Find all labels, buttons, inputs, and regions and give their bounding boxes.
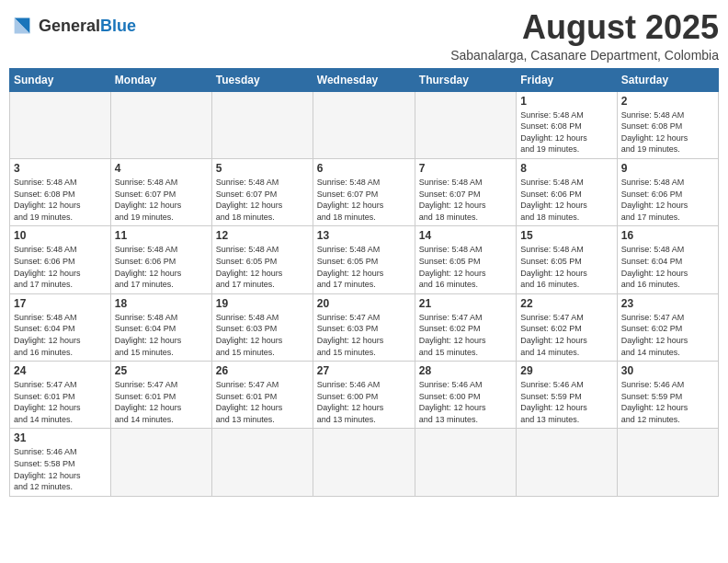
day-info: Sunrise: 5:47 AM Sunset: 6:01 PM Dayligh… <box>216 379 309 425</box>
day-info: Sunrise: 5:46 AM Sunset: 5:59 PM Dayligh… <box>520 379 612 425</box>
day-number: 2 <box>621 95 714 108</box>
day-number: 26 <box>216 364 309 377</box>
day-info: Sunrise: 5:47 AM Sunset: 6:02 PM Dayligh… <box>621 312 714 358</box>
day-info: Sunrise: 5:48 AM Sunset: 6:06 PM Dayligh… <box>115 244 208 290</box>
day-number: 21 <box>419 297 512 310</box>
calendar-day-15: 15Sunrise: 5:48 AM Sunset: 6:05 PM Dayli… <box>517 226 617 293</box>
day-info: Sunrise: 5:46 AM Sunset: 5:59 PM Dayligh… <box>621 379 714 425</box>
day-info: Sunrise: 5:48 AM Sunset: 6:06 PM Dayligh… <box>520 177 612 223</box>
calendar-day-20: 20Sunrise: 5:47 AM Sunset: 6:03 PM Dayli… <box>313 293 415 361</box>
calendar-day-empty <box>415 429 516 496</box>
day-number: 17 <box>14 297 107 310</box>
day-number: 27 <box>317 364 411 377</box>
calendar-day-empty <box>10 91 111 158</box>
day-info: Sunrise: 5:48 AM Sunset: 6:08 PM Dayligh… <box>14 177 107 223</box>
calendar-day-28: 28Sunrise: 5:46 AM Sunset: 6:00 PM Dayli… <box>415 362 516 429</box>
calendar-day-6: 6Sunrise: 5:48 AM Sunset: 6:07 PM Daylig… <box>313 158 415 225</box>
calendar-day-empty <box>617 429 718 496</box>
day-number: 7 <box>419 162 512 175</box>
day-header-wednesday: Wednesday <box>313 68 415 91</box>
day-info: Sunrise: 5:48 AM Sunset: 6:05 PM Dayligh… <box>419 244 512 290</box>
day-number: 25 <box>115 364 208 377</box>
day-header-tuesday: Tuesday <box>211 68 313 91</box>
day-number: 31 <box>14 431 107 444</box>
calendar-day-2: 2Sunrise: 5:48 AM Sunset: 6:08 PM Daylig… <box>617 91 718 158</box>
calendar-day-19: 19Sunrise: 5:48 AM Sunset: 6:03 PM Dayli… <box>211 293 313 361</box>
calendar-week-1: 3Sunrise: 5:48 AM Sunset: 6:08 PM Daylig… <box>10 158 719 225</box>
day-info: Sunrise: 5:48 AM Sunset: 6:04 PM Dayligh… <box>115 312 208 358</box>
header: GeneralBlue August 2025 Sabanalarga, Cas… <box>9 9 719 63</box>
calendar-day-30: 30Sunrise: 5:46 AM Sunset: 5:59 PM Dayli… <box>617 362 718 429</box>
calendar-day-23: 23Sunrise: 5:47 AM Sunset: 6:02 PM Dayli… <box>617 293 718 361</box>
calendar-day-24: 24Sunrise: 5:47 AM Sunset: 6:01 PM Dayli… <box>10 362 111 429</box>
day-info: Sunrise: 5:48 AM Sunset: 6:07 PM Dayligh… <box>317 177 411 223</box>
day-number: 29 <box>520 364 612 377</box>
day-info: Sunrise: 5:46 AM Sunset: 6:00 PM Dayligh… <box>317 379 411 425</box>
calendar-day-empty <box>517 429 617 496</box>
day-info: Sunrise: 5:48 AM Sunset: 6:07 PM Dayligh… <box>419 177 512 223</box>
day-number: 14 <box>419 229 512 242</box>
day-number: 30 <box>621 364 714 377</box>
day-info: Sunrise: 5:48 AM Sunset: 6:05 PM Dayligh… <box>216 244 309 290</box>
calendar-week-2: 10Sunrise: 5:48 AM Sunset: 6:06 PM Dayli… <box>10 226 719 293</box>
day-info: Sunrise: 5:46 AM Sunset: 6:00 PM Dayligh… <box>419 379 512 425</box>
calendar-day-empty <box>110 429 211 496</box>
calendar-day-empty <box>110 91 211 158</box>
day-number: 20 <box>317 297 411 310</box>
calendar-day-16: 16Sunrise: 5:48 AM Sunset: 6:04 PM Dayli… <box>617 226 718 293</box>
calendar-day-10: 10Sunrise: 5:48 AM Sunset: 6:06 PM Dayli… <box>10 226 111 293</box>
calendar-day-22: 22Sunrise: 5:47 AM Sunset: 6:02 PM Dayli… <box>517 293 617 361</box>
day-header-saturday: Saturday <box>617 68 718 91</box>
day-info: Sunrise: 5:48 AM Sunset: 6:06 PM Dayligh… <box>621 177 714 223</box>
day-info: Sunrise: 5:48 AM Sunset: 6:07 PM Dayligh… <box>216 177 309 223</box>
day-info: Sunrise: 5:48 AM Sunset: 6:05 PM Dayligh… <box>520 244 612 290</box>
calendar-day-14: 14Sunrise: 5:48 AM Sunset: 6:05 PM Dayli… <box>415 226 516 293</box>
day-info: Sunrise: 5:48 AM Sunset: 6:04 PM Dayligh… <box>14 312 107 358</box>
day-info: Sunrise: 5:48 AM Sunset: 6:06 PM Dayligh… <box>14 244 107 290</box>
calendar-day-27: 27Sunrise: 5:46 AM Sunset: 6:00 PM Dayli… <box>313 362 415 429</box>
day-info: Sunrise: 5:48 AM Sunset: 6:08 PM Dayligh… <box>520 109 612 155</box>
location-title: Sabanalarga, Casanare Department, Colomb… <box>450 48 719 63</box>
day-number: 23 <box>621 297 714 310</box>
day-header-monday: Monday <box>110 68 211 91</box>
logo: GeneralBlue <box>9 9 136 39</box>
day-info: Sunrise: 5:48 AM Sunset: 6:07 PM Dayligh… <box>115 177 208 223</box>
title-area: August 2025 Sabanalarga, Casanare Depart… <box>450 9 719 63</box>
calendar-week-3: 17Sunrise: 5:48 AM Sunset: 6:04 PM Dayli… <box>10 293 719 361</box>
calendar-day-4: 4Sunrise: 5:48 AM Sunset: 6:07 PM Daylig… <box>110 158 211 225</box>
day-number: 13 <box>317 229 411 242</box>
calendar: SundayMondayTuesdayWednesdayThursdayFrid… <box>9 68 719 497</box>
calendar-header-row: SundayMondayTuesdayWednesdayThursdayFrid… <box>10 68 719 91</box>
calendar-day-12: 12Sunrise: 5:48 AM Sunset: 6:05 PM Dayli… <box>211 226 313 293</box>
calendar-day-26: 26Sunrise: 5:47 AM Sunset: 6:01 PM Dayli… <box>211 362 313 429</box>
day-info: Sunrise: 5:47 AM Sunset: 6:02 PM Dayligh… <box>520 312 612 358</box>
day-number: 4 <box>115 162 208 175</box>
day-number: 11 <box>115 229 208 242</box>
logo-icon <box>9 13 35 39</box>
day-info: Sunrise: 5:48 AM Sunset: 6:03 PM Dayligh… <box>216 312 309 358</box>
day-number: 5 <box>216 162 309 175</box>
calendar-day-25: 25Sunrise: 5:47 AM Sunset: 6:01 PM Dayli… <box>110 362 211 429</box>
day-number: 3 <box>14 162 107 175</box>
calendar-day-29: 29Sunrise: 5:46 AM Sunset: 5:59 PM Dayli… <box>517 362 617 429</box>
day-number: 28 <box>419 364 512 377</box>
calendar-day-9: 9Sunrise: 5:48 AM Sunset: 6:06 PM Daylig… <box>617 158 718 225</box>
calendar-day-3: 3Sunrise: 5:48 AM Sunset: 6:08 PM Daylig… <box>10 158 111 225</box>
day-number: 24 <box>14 364 107 377</box>
day-header-sunday: Sunday <box>10 68 111 91</box>
day-number: 22 <box>520 297 612 310</box>
day-number: 10 <box>14 229 107 242</box>
day-number: 12 <box>216 229 309 242</box>
day-info: Sunrise: 5:47 AM Sunset: 6:01 PM Dayligh… <box>14 379 107 425</box>
day-number: 19 <box>216 297 309 310</box>
day-info: Sunrise: 5:47 AM Sunset: 6:02 PM Dayligh… <box>419 312 512 358</box>
day-info: Sunrise: 5:47 AM Sunset: 6:03 PM Dayligh… <box>317 312 411 358</box>
day-info: Sunrise: 5:48 AM Sunset: 6:05 PM Dayligh… <box>317 244 411 290</box>
calendar-week-5: 31Sunrise: 5:46 AM Sunset: 5:58 PM Dayli… <box>10 429 719 496</box>
day-number: 9 <box>621 162 714 175</box>
day-number: 6 <box>317 162 411 175</box>
day-number: 15 <box>520 229 612 242</box>
day-info: Sunrise: 5:48 AM Sunset: 6:08 PM Dayligh… <box>621 109 714 155</box>
logo-text: GeneralBlue <box>39 17 136 36</box>
calendar-day-18: 18Sunrise: 5:48 AM Sunset: 6:04 PM Dayli… <box>110 293 211 361</box>
